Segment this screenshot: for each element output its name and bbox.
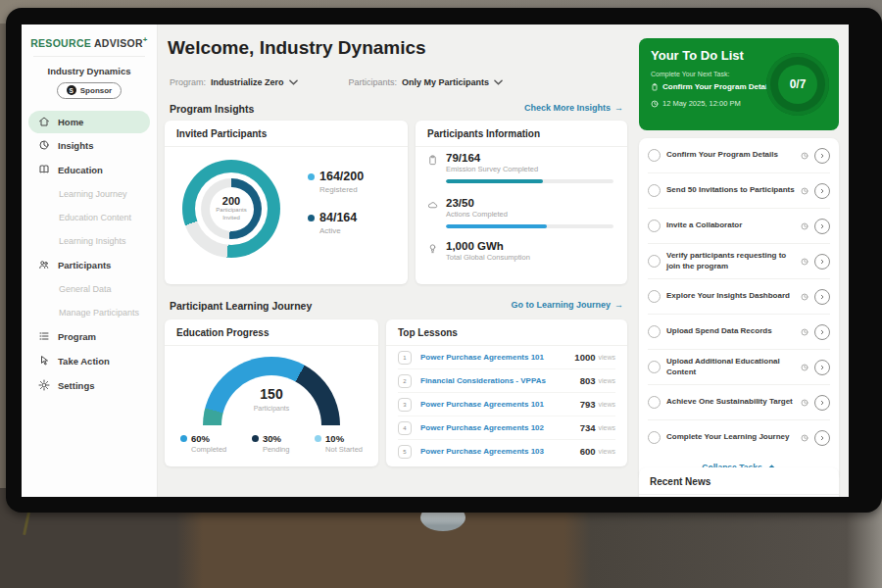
chevron-right-icon[interactable]: [814, 289, 830, 305]
sponsor-badge[interactable]: S Sponsor: [57, 82, 122, 99]
progress-bar-fill: [446, 224, 547, 228]
todo-item[interactable]: Send 50 Invitations to Participants: [648, 173, 830, 209]
legend-pct: 60%: [191, 433, 210, 444]
sidebar-item-education-content[interactable]: Education Content: [22, 206, 157, 229]
gear-icon: [38, 379, 50, 391]
gauge-legend: 60% Completed 30% Pending 10% Not Starte…: [165, 433, 378, 454]
sidebar-item-label: Insights: [58, 140, 93, 151]
dashboard-screen: RESOURCE ADVISOR+ Industry Dynamics S Sp…: [22, 24, 849, 497]
invited-participants-donut-chart: 200 Participants Invited: [182, 160, 280, 258]
chevron-right-icon[interactable]: [814, 183, 830, 199]
cloud-icon: [427, 200, 438, 211]
legend-dot-active: [308, 215, 315, 221]
lesson-title-link[interactable]: Power Purchase Agreements 102: [420, 423, 580, 432]
sidebar-item-label: Participants: [58, 260, 111, 270]
participants-filter-value[interactable]: Only My Participants: [402, 77, 489, 87]
chevron-right-icon[interactable]: [814, 219, 830, 234]
sidebar-item-participants[interactable]: Participants: [22, 253, 157, 277]
todo-item[interactable]: Complete Your Learning Journey: [648, 420, 830, 455]
lesson-rank: 2: [398, 374, 412, 388]
clock-icon: [801, 152, 808, 160]
program-filter-value[interactable]: Industrialize Zero: [211, 77, 284, 87]
chevron-right-icon[interactable]: [814, 254, 830, 270]
clock-icon: [801, 258, 808, 266]
sidebar-item-learning-insights[interactable]: Learning Insights: [22, 229, 157, 253]
sidebar-item-home[interactable]: Home: [28, 111, 150, 133]
checkbox-icon[interactable]: [648, 255, 661, 268]
sponsor-badge-icon: S: [67, 85, 76, 95]
todo-item[interactable]: Upload Additional Educational Content: [648, 350, 830, 385]
checkbox-icon[interactable]: [648, 396, 661, 409]
sidebar-item-education[interactable]: Education: [22, 158, 157, 182]
check-more-insights-link[interactable]: Check More Insights →: [524, 103, 623, 113]
chevron-right-icon[interactable]: [814, 430, 830, 446]
clock-icon: [801, 187, 808, 195]
sidebar-item-manage-participants[interactable]: Manage Participants: [22, 301, 157, 324]
todo-datetime-label: 12 May 2025, 12:00 PM: [662, 99, 741, 108]
chevron-right-icon[interactable]: [814, 395, 830, 411]
legend-label: Active: [319, 226, 364, 235]
checkbox-icon[interactable]: [648, 184, 661, 197]
chevron-right-icon[interactable]: [814, 148, 830, 164]
legend-label: Not Started: [325, 445, 363, 454]
donut-gap: 200 Participants Invited: [195, 172, 268, 245]
checkbox-icon[interactable]: [648, 361, 661, 373]
legend-pct: 10%: [325, 433, 344, 444]
stat-global-consumption: 1,000 GWh Total Global Consumption: [427, 240, 613, 262]
lesson-title-link[interactable]: Financial Considerations - VPPAs: [420, 376, 580, 385]
sidebar-item-settings[interactable]: Settings: [22, 373, 157, 398]
donut-center-value: 200: [222, 195, 240, 207]
lesson-views: 803: [580, 375, 596, 386]
todo-list-card: Confirm Your Program Details Send 50 Inv…: [639, 138, 839, 480]
lesson-title-link[interactable]: Power Purchase Agreements 101: [420, 400, 580, 409]
stat-value: 1,000 GWh: [446, 240, 530, 252]
link-label: Check More Insights: [524, 103, 611, 113]
sidebar-item-general-data[interactable]: General Data: [22, 277, 157, 301]
legend-dot-registered: [308, 173, 315, 180]
todo-subtitle: Complete Your Next Task:: [651, 71, 729, 77]
sidebar-item-program[interactable]: Program: [22, 324, 157, 349]
sidebar-item-learning-journey[interactable]: Learning Journey: [22, 182, 157, 206]
sponsor-badge-label: Sponsor: [80, 86, 112, 95]
sidebar-item-take-action[interactable]: Take Action: [22, 349, 157, 373]
invited-participants-card: Invited Participants 200 Participants In…: [165, 121, 408, 284]
lesson-rank: 5: [398, 445, 412, 459]
todo-item[interactable]: Explore Your Insights Dashboard: [648, 279, 830, 315]
people-icon: [38, 259, 50, 270]
go-to-learning-journey-link[interactable]: Go to Learning Journey →: [511, 300, 623, 310]
education-progress-gauge-chart: 150 Participants: [203, 357, 340, 425]
stat-value: 23/50: [446, 197, 508, 209]
sidebar: RESOURCE ADVISOR+ Industry Dynamics S Sp…: [22, 24, 158, 497]
legend-dot-not-started: [315, 435, 321, 442]
lesson-views: 793: [580, 399, 596, 410]
lesson-title-link[interactable]: Power Purchase Agreements 103: [420, 447, 580, 456]
todo-item[interactable]: Verify participants requesting to join t…: [648, 244, 830, 279]
todo-item[interactable]: Confirm Your Program Details: [648, 138, 830, 173]
divider: [33, 56, 145, 57]
legend-item-not-started: 10% Not Started: [315, 433, 363, 454]
clock-icon: [801, 222, 808, 230]
sidebar-item-insights[interactable]: Insights: [22, 133, 157, 158]
sidebar-item-label: Education: [58, 165, 103, 175]
todo-item[interactable]: Invite a Collaborator: [648, 209, 830, 244]
chevron-down-icon[interactable]: [494, 79, 503, 85]
chevron-right-icon[interactable]: [814, 324, 830, 340]
todo-next-task-label: Confirm Your Program Details: [662, 82, 774, 91]
participants-filter-label: Participants:: [349, 77, 398, 87]
legend-label: Completed: [191, 445, 226, 454]
todo-item[interactable]: Achieve One Sustainability Target: [648, 385, 830, 420]
monitor-bezel: RESOURCE ADVISOR+ Industry Dynamics S Sp…: [6, 8, 882, 513]
checkbox-icon[interactable]: [648, 431, 661, 444]
legend-dot-completed: [180, 435, 187, 442]
checkbox-icon[interactable]: [648, 325, 661, 338]
checkbox-icon[interactable]: [648, 149, 661, 162]
chevron-down-icon[interactable]: [289, 79, 298, 85]
checkbox-icon[interactable]: [648, 220, 661, 232]
chevron-right-icon[interactable]: [814, 360, 830, 375]
lesson-title-link[interactable]: Power Purchase Agreements 101: [420, 353, 574, 362]
stat-actions-completed: 23/50 Actions Completed: [427, 197, 613, 228]
todo-item[interactable]: Upload Spend Data Records: [648, 315, 830, 350]
app-logo: RESOURCE ADVISOR+: [22, 24, 157, 49]
logo-resource: RESOURCE: [30, 37, 91, 49]
checkbox-icon[interactable]: [648, 290, 661, 303]
